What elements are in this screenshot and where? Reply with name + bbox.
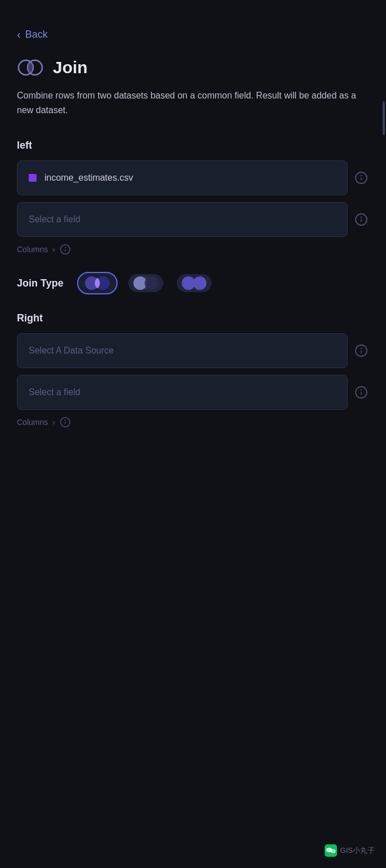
- join-type-row: Join Type: [17, 272, 369, 294]
- back-button[interactable]: ‹ Back: [17, 28, 48, 41]
- back-label: Back: [25, 29, 48, 41]
- left-field-row: Select a field: [17, 202, 369, 237]
- right-section-label: Right: [17, 312, 369, 324]
- left-dataset-info-icon[interactable]: [353, 170, 369, 186]
- watermark-text: GIS小丸子: [340, 845, 375, 856]
- right-columns-chevron-icon: ›: [52, 418, 55, 427]
- right-datasource-row: Select A Data Source: [17, 333, 369, 368]
- svg-point-35: [331, 851, 332, 851]
- left-dataset-selector[interactable]: income_estimates.csv: [17, 160, 348, 195]
- description-text: Combine rows from two datasets based on …: [17, 88, 369, 117]
- left-dataset-row: income_estimates.csv: [17, 160, 369, 195]
- left-columns-row[interactable]: Columns ›: [17, 244, 369, 255]
- dataset-color-dot: [29, 174, 37, 182]
- title-row: Join: [17, 58, 369, 77]
- right-datasource-info-icon[interactable]: [353, 343, 369, 359]
- left-columns-chevron-icon: ›: [52, 245, 55, 254]
- join-type-label: Join Type: [17, 278, 64, 289]
- left-columns-label: Columns: [17, 245, 48, 254]
- scroll-indicator[interactable]: [383, 101, 385, 135]
- svg-point-34: [329, 849, 330, 851]
- left-field-selector[interactable]: Select a field: [17, 202, 348, 237]
- page-title: Join: [53, 58, 88, 77]
- svg-point-36: [333, 851, 334, 851]
- svg-point-32: [330, 849, 335, 853]
- right-datasource-placeholder: Select A Data Source: [29, 346, 114, 356]
- join-icon: [17, 59, 44, 76]
- right-datasource-selector[interactable]: Select A Data Source: [17, 333, 348, 368]
- back-chevron-icon: ‹: [17, 28, 21, 41]
- right-section: Right Select A Data Source Select a fiel…: [17, 312, 369, 428]
- right-field-placeholder: Select a field: [29, 387, 80, 397]
- right-field-row: Select a field: [17, 375, 369, 410]
- wechat-icon: [325, 844, 337, 857]
- join-type-inner-button[interactable]: [77, 272, 118, 294]
- left-field-info-icon[interactable]: [353, 212, 369, 227]
- right-columns-row[interactable]: Columns ›: [17, 417, 369, 428]
- join-type-left-button[interactable]: [125, 272, 166, 294]
- left-dataset-value: income_estimates.csv: [44, 173, 133, 183]
- watermark: GIS小丸子: [325, 844, 375, 857]
- left-section-label: left: [17, 140, 369, 151]
- left-columns-info-icon[interactable]: [60, 244, 71, 255]
- join-type-toggle-group: [77, 272, 214, 294]
- page-container: ‹ Back Join Combine rows from two datase…: [0, 0, 386, 868]
- right-columns-info-icon[interactable]: [60, 417, 71, 428]
- join-type-full-button[interactable]: [174, 272, 214, 294]
- right-columns-label: Columns: [17, 418, 48, 427]
- svg-point-33: [327, 849, 329, 851]
- right-field-selector[interactable]: Select a field: [17, 375, 348, 410]
- right-field-info-icon[interactable]: [353, 384, 369, 400]
- svg-point-20: [193, 276, 207, 290]
- left-field-placeholder: Select a field: [29, 214, 80, 225]
- svg-point-16: [145, 276, 158, 290]
